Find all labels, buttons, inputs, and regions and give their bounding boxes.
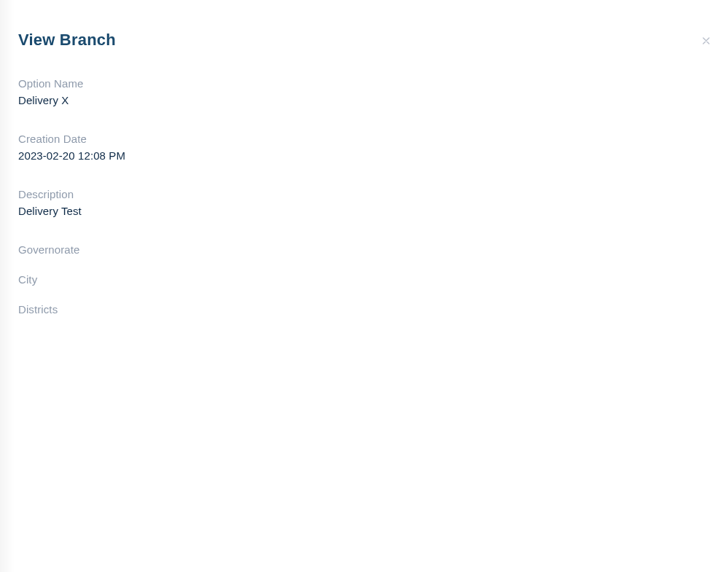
view-branch-modal: View Branch Option Name Delivery X Creat… — [0, 0, 728, 572]
field-description: Description Delivery Test — [18, 188, 710, 217]
field-creation-date: Creation Date 2023-02-20 12:08 PM — [18, 133, 710, 162]
field-label-description: Description — [18, 188, 710, 200]
field-city: City — [18, 273, 710, 286]
modal-title: View Branch — [18, 31, 116, 50]
field-governorate: Governorate — [18, 243, 710, 256]
field-label-creation-date: Creation Date — [18, 133, 710, 145]
field-label-districts: Districts — [18, 303, 710, 316]
field-label-governorate: Governorate — [18, 243, 710, 256]
field-districts: Districts — [18, 303, 710, 316]
field-label-city: City — [18, 273, 710, 286]
modal-header: View Branch — [18, 31, 710, 50]
field-value-creation-date: 2023-02-20 12:08 PM — [18, 149, 710, 162]
close-icon — [700, 35, 712, 47]
field-value-option-name: Delivery X — [18, 94, 710, 106]
close-button[interactable] — [697, 32, 715, 50]
field-label-option-name: Option Name — [18, 77, 710, 90]
field-value-description: Delivery Test — [18, 205, 710, 217]
field-option-name: Option Name Delivery X — [18, 77, 710, 106]
